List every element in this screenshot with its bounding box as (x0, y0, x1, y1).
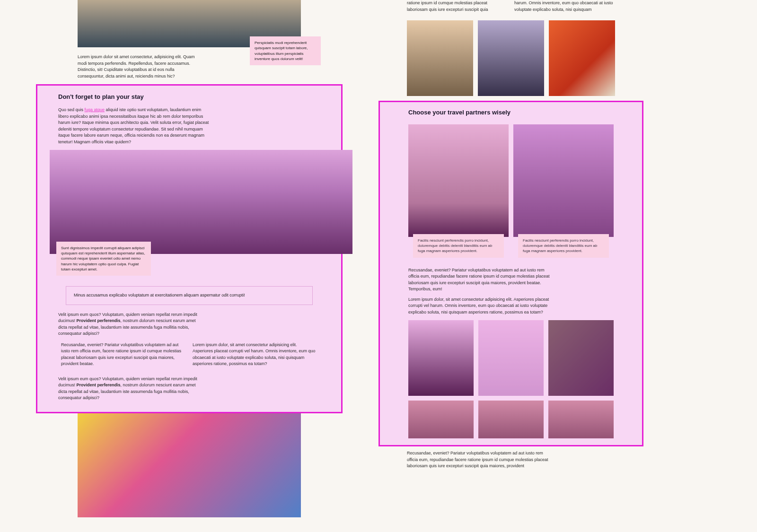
left-column: Perspiciatis modi reprehenderit quisquam… (57, 0, 322, 532)
top-image-1 (407, 20, 473, 96)
street-image (78, 413, 301, 517)
twocol-b: Lorem ipsum dolor, sit amet consectetur … (193, 342, 317, 367)
lead-paragraph: Lorem ipsum dolor sit amet consectetur, … (78, 54, 201, 79)
para2-bold: Provident perferendis (77, 383, 121, 387)
grid-image-6 (548, 401, 614, 438)
travel-partners-heading: Choose your travel partners wisely (408, 109, 614, 116)
plan-stay-section: Don't forget to plan your stay Quo sed q… (36, 84, 343, 413)
travel-partners-para-1: Recusandae, eveniet? Pariatur voluptatib… (408, 267, 555, 293)
intro-link[interactable]: fuga atque (85, 107, 105, 112)
twocol-a: Recusandae, eveniet? Pariatur voluptatib… (61, 342, 186, 367)
grid-image-3 (548, 320, 614, 396)
partner-image-row: Facilis nesciunt perferendis porro incid… (408, 124, 614, 261)
travel-partners-para-2: Lorem ipsum dolor, sit amet consectetur … (408, 297, 555, 316)
travel-partners-section: Choose your travel partners wisely Facil… (378, 101, 643, 446)
para1-bold: Provident perferendis (77, 318, 121, 323)
top-frag-a: ratione ipsum id cumque molestias placea… (407, 0, 508, 13)
plan-stay-quote: Minus accusamus explicabo voluptatum at … (66, 286, 313, 305)
top-image-3 (549, 20, 615, 96)
partner-image-2 (513, 124, 614, 237)
partner-caption-1: Facilis nesciunt perferendis porro incid… (413, 234, 504, 258)
plan-stay-para-1: Velit ipsum eum quos? Voluptatum, quidem… (58, 312, 200, 337)
grid-image-1 (408, 320, 474, 396)
intro-text-post: aliquid iste optio sunt voluptatum, laud… (58, 107, 209, 144)
plan-stay-twocol: Recusandae, eveniet? Pariatur voluptatib… (58, 342, 320, 371)
plan-stay-heading: Don't forget to plan your stay (58, 93, 320, 100)
top-frag-b: harum. Omnis inventore, eum quo obcaecat… (514, 0, 615, 13)
lead-image-wrap: Perspiciatis modi reprehenderit quisquam… (78, 0, 301, 47)
plan-stay-intro: Quo sed quis fuga atque aliquid iste opt… (58, 107, 210, 145)
lead-image-caption: Perspiciatis modi reprehenderit quisquam… (250, 36, 321, 65)
grid-image-4 (408, 401, 474, 438)
top-twocol-fragment: ratione ipsum id cumque molestias placea… (407, 0, 615, 17)
partner-image-1 (408, 124, 509, 237)
top-image-row (407, 20, 615, 96)
partner-caption-2: Facilis nesciunt perferendis porro incid… (518, 234, 609, 258)
intro-text-pre: Quo sed quis (58, 107, 85, 112)
right-column: ratione ipsum id cumque molestias placea… (378, 0, 643, 532)
partner-img-wrap-1: Facilis nesciunt perferendis porro incid… (408, 124, 509, 261)
grid-image-2 (478, 320, 544, 396)
grid-image-5 (478, 401, 544, 438)
tail-paragraph: Recusandae, eveniet? Pariatur voluptatib… (407, 450, 554, 470)
top-image-2 (478, 20, 544, 96)
mountain-caption: Sunt dignissimos impedit corrupti aliqua… (56, 242, 151, 276)
partner-img-wrap-2: Facilis nesciunt perferendis porro incid… (513, 124, 614, 261)
travel-grid-row2 (408, 401, 614, 438)
travel-grid-row1 (408, 320, 614, 396)
plan-stay-para-2: Velit ipsum eum quos? Voluptatum, quidem… (58, 376, 200, 401)
mountain-image-wrap: Sunt dignissimos impedit corrupti aliqua… (50, 150, 352, 254)
mountain-image (50, 150, 352, 254)
